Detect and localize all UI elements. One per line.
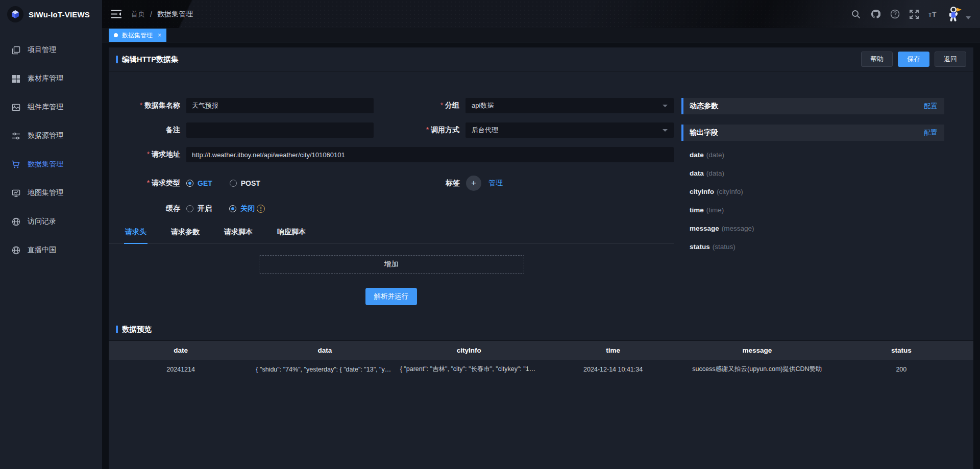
user-avatar[interactable] (947, 6, 971, 23)
help-button[interactable]: 帮助 (861, 52, 893, 67)
request-url-input[interactable] (186, 147, 674, 162)
field-name: time (690, 206, 704, 214)
sidebar-item-projects[interactable]: 项目管理 (0, 36, 102, 64)
cell-data: { "shidu": "74%", "yesterday": { "date":… (253, 360, 397, 379)
material-library-icon (11, 74, 20, 83)
breadcrumb-separator: / (150, 10, 152, 18)
sidebar-nav: 项目管理 素材库管理 组件库管理 数据源管理 数据集管理 地图集管理 (0, 29, 102, 264)
tab-request-headers[interactable]: 请求头 (124, 223, 148, 244)
request-type-label: 请求类型 (109, 179, 186, 188)
cache-off-option[interactable]: 关闭 (229, 204, 255, 213)
chevron-down-icon (663, 105, 668, 107)
github-icon[interactable] (870, 9, 881, 20)
title-accent-bar (116, 326, 118, 333)
dynamic-params-config-link[interactable]: 配置 (924, 102, 937, 111)
sidebar-item-datasource[interactable]: 数据源管理 (0, 121, 102, 150)
caret-down-icon (966, 16, 971, 19)
globe-icon (11, 217, 20, 226)
table-row: 20241214 { "shidu": "74%", "yesterday": … (109, 360, 973, 379)
form-row-cache: 缓存 开启 关闭 ! (109, 204, 674, 213)
request-type-get-option[interactable]: GET (186, 179, 212, 187)
tab-response-script[interactable]: 响应脚本 (276, 223, 307, 244)
help-icon[interactable] (889, 9, 900, 20)
chevron-down-icon (663, 129, 668, 132)
request-tabs: 请求头 请求参数 请求脚本 响应脚本 (109, 223, 674, 244)
parse-and-run-button[interactable]: 解析并运行 (365, 288, 418, 305)
fullscreen-icon[interactable] (909, 9, 920, 20)
tab-request-script[interactable]: 请求脚本 (223, 223, 254, 244)
cell-status: 200 (829, 360, 973, 379)
output-fields-header: 输出字段 配置 (681, 125, 944, 141)
sidebar-item-live-china[interactable]: 直播中国 (0, 236, 102, 264)
field-name: status (690, 243, 710, 251)
column-header-time: time (541, 341, 685, 360)
call-method-select[interactable]: 后台代理 (465, 122, 674, 138)
dataset-name-input[interactable] (186, 98, 374, 113)
sidebar-item-label: 数据集管理 (28, 160, 63, 169)
breadcrumb: 首页 / 数据集管理 (131, 10, 193, 19)
cell-time: 2024-12-14 10:41:34 (541, 360, 685, 379)
output-fields-config-link[interactable]: 配置 (924, 128, 937, 137)
add-tag-button[interactable]: + (466, 176, 481, 191)
output-field-item: message(message) (690, 225, 944, 232)
tabbar: 数据集管理 × (102, 28, 980, 42)
form-row-url: 请求地址 (109, 147, 674, 162)
panel-header: 编辑HTTP数据集 帮助 保存 返回 (109, 47, 973, 71)
sidebar-item-map-atlas[interactable]: 地图集管理 (0, 179, 102, 207)
globe-icon (11, 245, 20, 255)
app-title: SiWu-IoT-VIEWS (29, 10, 90, 19)
output-field-item: cityInfo(cityInfo) (690, 188, 944, 195)
tab-dataset-management[interactable]: 数据集管理 × (109, 29, 166, 42)
request-url-label: 请求地址 (109, 150, 186, 159)
svg-text:T: T (928, 12, 932, 18)
sidebar-item-label: 访问记录 (28, 217, 56, 226)
group-select[interactable]: api数据 (465, 98, 674, 113)
cell-cityinfo: { "parent": "吉林", "city": "长春市", "cityke… (397, 360, 541, 379)
radio-unselected-icon[interactable] (186, 205, 193, 212)
data-preview-section: 数据预览 date data cityInfo time message sta… (109, 325, 973, 469)
form-row-name-group: 数据集名称 分组 api数据 (109, 98, 674, 113)
sidebar-item-label: 直播中国 (28, 245, 56, 255)
font-size-icon[interactable]: TT (928, 9, 939, 20)
radio-selected-icon[interactable] (229, 205, 236, 212)
sidebar-item-label: 组件库管理 (28, 103, 63, 112)
back-button[interactable]: 返回 (935, 52, 966, 67)
sidebar-item-dataset[interactable]: 数据集管理 (0, 150, 102, 179)
collapse-sidebar-icon[interactable] (111, 10, 122, 19)
sidebar-item-access-log[interactable]: 访问记录 (0, 207, 102, 236)
sidebar-item-label: 项目管理 (28, 45, 56, 55)
sidebar-item-material-library[interactable]: 素材库管理 (0, 64, 102, 93)
field-type: (data) (706, 169, 724, 177)
search-icon[interactable] (850, 9, 862, 20)
app-logo-icon (7, 6, 23, 22)
radio-unselected-icon[interactable] (230, 180, 237, 187)
projects-icon (11, 45, 20, 55)
app-root: SiWu-IoT-VIEWS 项目管理 素材库管理 组件库管理 数据源管理 数据… (0, 0, 980, 469)
tab-active-dot (114, 33, 118, 37)
tab-request-params[interactable]: 请求参数 (170, 223, 201, 244)
table-header: date data cityInfo time message status (109, 341, 973, 360)
column-header-status: status (829, 341, 973, 360)
field-type: (time) (706, 206, 724, 214)
breadcrumb-home[interactable]: 首页 (131, 10, 145, 19)
cache-on-option[interactable]: 开启 (186, 204, 212, 213)
save-button[interactable]: 保存 (898, 52, 929, 67)
sidebar-item-component-library[interactable]: 组件库管理 (0, 93, 102, 121)
tab-close-icon[interactable]: × (157, 32, 161, 39)
manage-tags-link[interactable]: 管理 (488, 179, 503, 188)
edit-http-dataset-panel: 编辑HTTP数据集 帮助 保存 返回 数据集名称 (109, 47, 973, 469)
content: 编辑HTTP数据集 帮助 保存 返回 数据集名称 (102, 42, 980, 469)
form-row-type-tag: 请求类型 GET POST 标签 (109, 176, 674, 191)
tag-group: + 管理 (466, 176, 503, 191)
remark-input[interactable] (186, 122, 374, 138)
cache-off-label: 关闭 (240, 204, 255, 213)
field-name: message (690, 225, 719, 232)
request-type-post-option[interactable]: POST (230, 179, 260, 187)
radio-selected-icon[interactable] (186, 180, 193, 187)
side-panel: 动态参数 配置 输出字段 配置 date(date) (681, 98, 944, 305)
main-area: 首页 / 数据集管理 TT (102, 0, 980, 469)
add-header-button[interactable]: 增加 (259, 255, 524, 274)
output-field-item: status(status) (690, 243, 944, 251)
output-fields-title-wrap: 输出字段 (681, 125, 718, 141)
output-field-list: date(date) data(data) cityInfo(cityInfo)… (681, 151, 944, 251)
